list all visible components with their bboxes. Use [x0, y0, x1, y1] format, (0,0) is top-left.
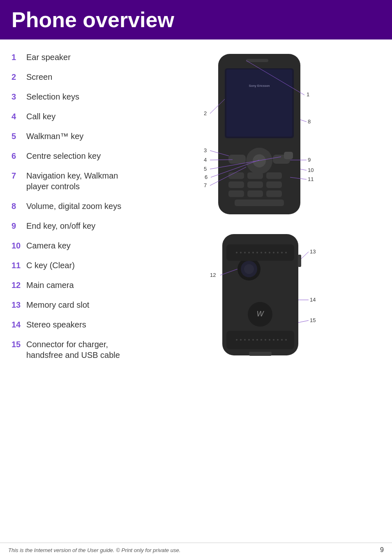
item-num-13: 13	[12, 299, 26, 310]
item-label-12: Main camera	[26, 280, 74, 290]
list-item-12: 12Main camera	[12, 280, 135, 290]
list-item-11: 11C key (Clear)	[12, 260, 135, 271]
svg-text:3: 3	[204, 147, 207, 153]
svg-rect-77	[249, 352, 272, 356]
header: Phone overview	[0, 0, 392, 39]
svg-point-72	[273, 339, 274, 341]
svg-text:1: 1	[307, 91, 309, 97]
list-item-3: 3Selection keys	[12, 91, 135, 102]
svg-text:12: 12	[210, 272, 216, 278]
svg-point-57	[277, 252, 279, 253]
svg-point-51	[252, 252, 254, 253]
svg-point-63	[236, 339, 238, 341]
svg-text:15: 15	[310, 317, 316, 323]
svg-text:10: 10	[308, 167, 314, 173]
svg-rect-14	[247, 181, 263, 188]
svg-point-54	[265, 252, 266, 253]
svg-point-48	[240, 252, 242, 253]
svg-point-75	[285, 339, 287, 341]
phone-front-image: Sony Ericsson 1	[185, 50, 337, 223]
svg-point-50	[248, 252, 250, 253]
list-item-2: 2Screen	[12, 72, 135, 82]
svg-rect-12	[266, 172, 282, 179]
svg-text:9: 9	[308, 157, 311, 163]
svg-point-47	[236, 252, 238, 253]
svg-point-65	[244, 339, 246, 341]
svg-rect-15	[266, 181, 282, 188]
item-num-10: 10	[12, 240, 26, 251]
item-label-14: Stereo speakers	[26, 319, 86, 330]
svg-rect-7	[228, 155, 246, 164]
item-num-2: 2	[12, 72, 26, 82]
svg-line-80	[301, 252, 309, 259]
item-num-7: 7	[12, 170, 26, 181]
svg-point-68	[256, 339, 258, 341]
svg-point-64	[240, 339, 242, 341]
phone-images: Sony Ericsson 1	[139, 48, 384, 369]
svg-point-66	[248, 339, 250, 341]
svg-point-69	[261, 339, 262, 341]
list-item-15: 15Connector for charger, handsfree and U…	[12, 339, 135, 360]
svg-point-74	[281, 339, 283, 341]
svg-text:Sony Ericsson: Sony Ericsson	[249, 84, 270, 88]
svg-rect-2	[226, 70, 292, 137]
item-num-6: 6	[12, 151, 26, 161]
svg-rect-76	[298, 255, 301, 267]
svg-text:11: 11	[308, 176, 314, 182]
svg-rect-17	[247, 190, 263, 197]
item-num-9: 9	[12, 220, 26, 231]
list-item-5: 5Walkman™ key	[12, 131, 135, 142]
svg-point-71	[269, 339, 270, 341]
svg-point-52	[256, 252, 258, 253]
item-label-2: Screen	[26, 72, 52, 82]
svg-rect-9	[284, 152, 293, 159]
svg-text:14: 14	[310, 297, 316, 303]
page-number: 9	[380, 546, 384, 554]
svg-rect-4	[246, 59, 268, 62]
item-num-8: 8	[12, 201, 26, 211]
list-item-7: 7Navigation key, Walkman player controls	[12, 170, 135, 192]
list-item-13: 13Memory card slot	[12, 299, 135, 310]
svg-line-34	[300, 120, 307, 122]
svg-text:6: 6	[205, 174, 208, 180]
item-label-4: Call key	[26, 111, 55, 122]
svg-line-84	[298, 320, 309, 323]
svg-text:4: 4	[204, 157, 207, 163]
svg-point-70	[265, 339, 266, 341]
list-item-1: 1Ear speaker	[12, 52, 135, 63]
svg-point-56	[273, 252, 274, 253]
svg-point-59	[285, 252, 287, 253]
svg-rect-16	[228, 190, 244, 197]
svg-point-73	[277, 339, 279, 341]
item-num-12: 12	[12, 280, 26, 290]
item-num-15: 15	[12, 339, 26, 350]
svg-point-45	[244, 264, 254, 274]
items-list: 1Ear speaker2Screen3Selection keys4Call …	[12, 48, 135, 369]
item-num-3: 3	[12, 91, 26, 102]
list-item-14: 14Stereo speakers	[12, 319, 135, 330]
item-label-1: Ear speaker	[26, 52, 71, 63]
item-num-14: 14	[12, 319, 26, 330]
svg-point-55	[269, 252, 270, 253]
list-item-4: 4Call key	[12, 111, 135, 122]
list-item-6: 6Centre selection key	[12, 151, 135, 161]
item-num-5: 5	[12, 131, 26, 142]
footer: This is the Internet version of the User…	[0, 543, 392, 557]
item-label-13: Memory card slot	[26, 299, 89, 310]
item-num-1: 1	[12, 52, 26, 63]
svg-point-49	[244, 252, 246, 253]
item-num-11: 11	[12, 260, 26, 271]
item-label-6: Centre selection key	[26, 151, 101, 161]
svg-text:8: 8	[308, 118, 311, 125]
svg-point-6	[253, 154, 266, 167]
item-label-7: Navigation key, Walkman player controls	[26, 170, 135, 192]
item-label-3: Selection keys	[26, 91, 79, 102]
item-num-4: 4	[12, 111, 26, 122]
footer-note: This is the Internet version of the User…	[8, 547, 180, 553]
svg-point-58	[281, 252, 283, 253]
phone-back-image: W 12 13	[185, 230, 337, 362]
page-title: Phone overview	[12, 7, 380, 32]
list-item-8: 8Volume, digital zoom keys	[12, 201, 135, 211]
svg-rect-11	[247, 172, 263, 179]
list-item-9: 9End key, on/off key	[12, 220, 135, 231]
